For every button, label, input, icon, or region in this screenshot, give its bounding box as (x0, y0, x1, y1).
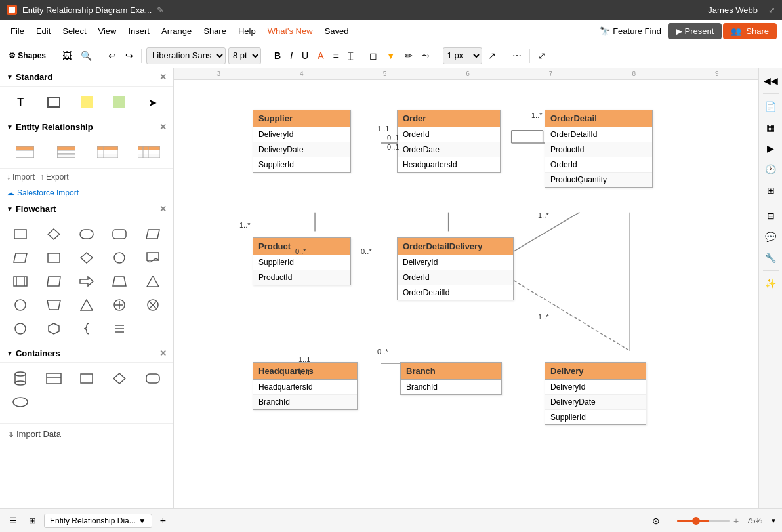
fc-data[interactable] (38, 271, 68, 292)
align-left-btn[interactable]: ≡ (330, 49, 342, 63)
fc-predef[interactable] (5, 271, 35, 292)
menu-help[interactable]: Help (233, 24, 261, 39)
menu-select[interactable]: Select (57, 24, 91, 39)
er-table2[interactable] (47, 142, 85, 163)
share-button[interactable]: 👥 Share (723, 23, 777, 39)
redo-btn[interactable]: ↪ (122, 49, 136, 63)
rp-table[interactable]: ▦ (761, 117, 781, 137)
fc-parallelogram[interactable] (138, 224, 168, 245)
shapes-toggle[interactable]: ⚙ Shapes (5, 49, 49, 62)
export-btn[interactable]: ↑ Export (40, 173, 69, 182)
fc-triangle-up[interactable] (72, 295, 102, 316)
fc-diamond2[interactable] (72, 247, 102, 268)
orderdetaildelivery-entity[interactable]: OrderDetailDelivery DeliveryId OrderId O… (397, 237, 514, 300)
grid-view-btn[interactable]: ⊞ (25, 514, 40, 527)
rp-format[interactable]: ⊟ (761, 206, 781, 226)
fc-doc[interactable] (138, 247, 168, 268)
canvas-content[interactable]: Supplier DeliveryId DeliveryDate Supplie… (174, 80, 758, 508)
rp-page[interactable]: 📄 (761, 96, 781, 116)
diagram-tab[interactable]: Entity Relationship Dia... ▼ (44, 514, 152, 528)
zoom-plus-icon[interactable]: + (733, 516, 739, 526)
menu-arrange[interactable]: Arrange (156, 24, 197, 39)
menu-file[interactable]: File (5, 24, 30, 39)
cont-rounded[interactable] (138, 368, 168, 389)
sticky-shape[interactable] (72, 92, 102, 113)
cont-diamond[interactable] (104, 368, 134, 389)
rp-clock[interactable]: 🕐 (761, 159, 781, 179)
delivery-entity[interactable]: Delivery DeliveryId DeliveryDate Supplie… (545, 362, 646, 425)
fc-rect2[interactable] (38, 247, 68, 268)
search-btn[interactable]: 🔍 (77, 49, 95, 63)
feature-find-btn[interactable]: 🔭 Feature Find (594, 24, 667, 39)
font-color-btn[interactable]: A (314, 49, 327, 63)
cont-header[interactable] (38, 368, 68, 389)
fullscreen-btn[interactable]: ⤢ (535, 49, 549, 63)
close-standard[interactable]: ✕ (159, 72, 167, 82)
canvas[interactable]: 3 4 5 6 7 8 9 (174, 68, 758, 508)
connector-end-btn[interactable]: ↗ (485, 49, 499, 63)
er-table1[interactable] (5, 142, 44, 163)
list-view-btn[interactable]: ☰ (5, 514, 21, 527)
zoom-dropdown-icon[interactable]: ▼ (770, 517, 777, 524)
zoom-level[interactable]: 75% (743, 514, 766, 527)
zoom-slider[interactable] (677, 520, 730, 522)
cont-cylinder[interactable] (5, 368, 35, 389)
fc-arrow-right[interactable] (72, 271, 102, 292)
rp-expand[interactable]: ◀◀ (761, 71, 781, 91)
fc-plus-circle[interactable] (104, 295, 134, 316)
rp-tools[interactable]: 🔧 (761, 248, 781, 268)
section-flowchart[interactable]: ▼ Flowchart ✕ (0, 200, 173, 218)
colored-rect-shape[interactable] (104, 92, 134, 113)
order-entity[interactable]: Order OrderId OrderDate HeadquartersId (397, 110, 501, 173)
menu-view[interactable]: View (93, 24, 122, 39)
rp-layers[interactable]: ⊞ (761, 180, 781, 200)
expand-icon[interactable]: ⤢ (768, 5, 775, 15)
import-data-btn[interactable]: ↴ Import Data (0, 423, 173, 444)
shape-fill-btn[interactable]: ◻ (366, 49, 381, 63)
er-table4[interactable] (129, 142, 168, 163)
fc-rect[interactable] (5, 224, 35, 245)
fc-rounded-rect[interactable] (104, 224, 134, 245)
fc-stadium[interactable] (72, 224, 102, 245)
fc-lines[interactable] (104, 318, 134, 339)
close-containers[interactable]: ✕ (159, 348, 167, 358)
salesforce-btn[interactable]: ☁ Salesforce Import (0, 186, 173, 200)
tab-dropdown-icon[interactable]: ▼ (138, 516, 146, 525)
fc-curly[interactable] (72, 318, 102, 339)
fc-parallelogram2[interactable] (5, 247, 35, 268)
line-width-select[interactable]: 1 px (443, 47, 482, 64)
close-flowchart[interactable]: ✕ (159, 204, 167, 214)
rp-chat[interactable]: 💬 (761, 227, 781, 247)
image-btn[interactable]: 🖼 (59, 49, 75, 63)
fc-x-circle[interactable] (138, 295, 168, 316)
rect-shape[interactable] (38, 92, 68, 113)
menu-edit[interactable]: Edit (31, 24, 56, 39)
fc-circle[interactable] (104, 247, 134, 268)
connection-style-btn[interactable]: ⤳ (419, 49, 433, 63)
er-table3[interactable] (88, 142, 127, 163)
menu-saved[interactable]: Saved (319, 24, 354, 39)
underline-btn[interactable]: U (298, 49, 312, 63)
rp-magic[interactable]: ✨ (761, 274, 781, 293)
branch-entity[interactable]: Branch BranchId (400, 362, 502, 395)
section-er[interactable]: ▼ Entity Relationship ✕ (0, 118, 173, 136)
section-standard[interactable]: ▼ Standard ✕ (0, 68, 173, 87)
fit-icon[interactable]: ⊙ (652, 516, 660, 526)
font-size-select[interactable]: 8 pt (228, 47, 261, 64)
fill-color-btn[interactable]: ▼ (383, 49, 399, 63)
menu-share[interactable]: Share (198, 24, 232, 39)
text-shape[interactable]: T (5, 92, 35, 113)
section-containers[interactable]: ▼ Containers ✕ (0, 344, 173, 363)
rp-play[interactable]: ▶ (761, 138, 781, 158)
close-er[interactable]: ✕ (159, 122, 167, 132)
add-tab-btn[interactable]: + (156, 513, 170, 529)
fc-trapez[interactable] (104, 271, 134, 292)
present-button[interactable]: ▶ Present (668, 23, 722, 39)
bold-btn[interactable]: B (271, 49, 284, 63)
fc-diamond[interactable] (38, 224, 68, 245)
menu-whats-new[interactable]: What's New (262, 24, 318, 39)
fc-triangle[interactable] (138, 271, 168, 292)
cont-rect[interactable] (72, 368, 102, 389)
line-color-btn[interactable]: ✏ (401, 49, 416, 63)
fc-hexagon[interactable] (38, 318, 68, 339)
